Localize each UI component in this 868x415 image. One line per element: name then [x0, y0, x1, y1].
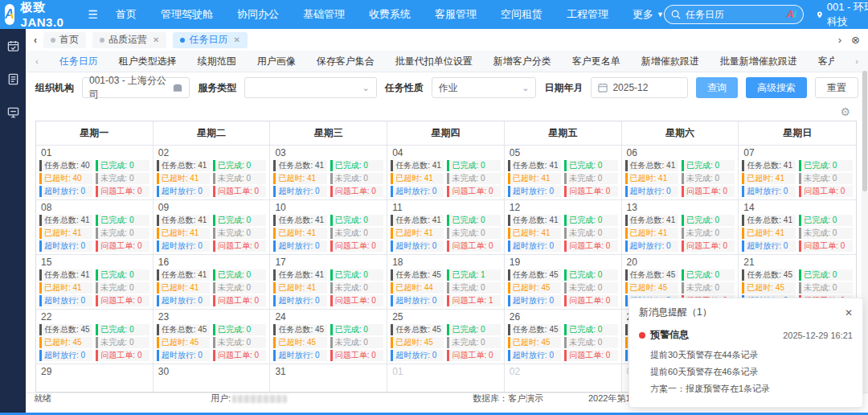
task-nature-select[interactable]: 作业 ⌄	[432, 77, 537, 98]
stat-chip: 问题工单: 0	[213, 240, 266, 252]
calendar-small-icon	[598, 83, 608, 92]
tabs-back-icon[interactable]: ‹	[34, 35, 37, 46]
page-tab[interactable]: 客户更名单	[572, 55, 620, 68]
calendar-day-cell[interactable]: 26任务总数: 45已完成: 0已超时: 45未完成: 0超时放行: 0问题工单…	[505, 310, 622, 364]
stat-chip: 超时放行: 0	[508, 186, 561, 197]
day-number: 06	[627, 147, 735, 158]
calendar-day-cell[interactable]: 05任务总数: 41已完成: 0已超时: 41未完成: 0超时放行: 0问题工单…	[505, 146, 622, 200]
window-tab[interactable]: 任务日历✕	[173, 32, 247, 48]
calendar-day-cell[interactable]: 29	[36, 364, 154, 392]
reset-button[interactable]: 重置	[815, 77, 858, 98]
report-icon[interactable]	[7, 73, 19, 85]
calendar-day-cell[interactable]: 18任务总数: 45已完成: 1已超时: 44未完成: 0超时放行: 0问题工单…	[387, 255, 505, 310]
month-picker[interactable]: 2025-12	[591, 77, 688, 98]
calendar-day-cell[interactable]: 02	[505, 364, 622, 392]
calendar-day-cell[interactable]: 23任务总数: 45已完成: 0已超时: 45未完成: 0超时放行: 0问题工单…	[154, 310, 271, 364]
stat-chip: 已完成: 0	[213, 215, 266, 226]
nav-item[interactable]: 基础管理	[303, 7, 345, 22]
chevron-down-icon: ⌄	[522, 83, 529, 93]
calendar-weekday-header: 星期一星期二星期三星期四星期五星期六星期日	[36, 121, 856, 146]
page-tab[interactable]: 用户画像	[257, 55, 296, 68]
stat-chip: 问题工单: 0	[447, 350, 500, 361]
weekday-header: 星期二	[154, 121, 271, 146]
calendar-day-cell[interactable]: 16任务总数: 41已完成: 0已超时: 41未完成: 0超时放行: 0问题工单…	[154, 255, 271, 310]
close-tab-icon[interactable]: ✕	[233, 35, 240, 44]
tabs-forward-icon[interactable]: ›	[838, 34, 841, 46]
stat-chip: 超时放行: 0	[508, 240, 561, 252]
calendar-day-cell[interactable]: 10任务总数: 41已完成: 0已超时: 41未完成: 0超时放行: 0问题工单…	[270, 200, 387, 255]
calendar-day-cell[interactable]: 08任务总数: 41已完成: 0已超时: 41未完成: 0超时放行: 0问题工单…	[36, 200, 154, 255]
service-type-select[interactable]: ⌄	[244, 77, 377, 98]
calendar-day-cell[interactable]: 25任务总数: 45已完成: 0已超时: 45未完成: 0超时放行: 0问题工单…	[387, 310, 505, 364]
nav-item[interactable]: 客服管理	[435, 7, 477, 22]
close-tab-icon[interactable]: ✕	[153, 35, 159, 44]
calendar-day-cell[interactable]: 24任务总数: 45已完成: 0已超时: 45未完成: 0超时放行: 0问题工单…	[270, 310, 387, 364]
presentation-icon[interactable]	[7, 106, 19, 118]
global-search[interactable]: Ai	[664, 5, 804, 24]
calendar-icon[interactable]	[7, 40, 19, 52]
calendar-day-cell[interactable]: 02任务总数: 41已完成: 0已超时: 41未完成: 0超时放行: 0问题工单…	[154, 146, 271, 200]
calendar-day-cell[interactable]: 31	[270, 364, 387, 392]
page-tab[interactable]: 批量新增催款跟进	[720, 55, 797, 68]
ai-assistant-icon[interactable]: Ai	[787, 9, 796, 20]
calendar-day-cell[interactable]: 06任务总数: 41已完成: 0已超时: 41未完成: 0超时放行: 0问题工单…	[622, 146, 739, 200]
calendar-day-cell[interactable]: 01	[387, 364, 505, 392]
page-tabs-forward-icon[interactable]: ›	[855, 56, 858, 66]
page-tab-bar: ‹ 任务日历租户类型选择续期范围用户画像保存客户集合批量代扣单位设置新增客户分类…	[26, 51, 868, 72]
calendar-day-cell[interactable]: 22任务总数: 45已完成: 0已超时: 45未完成: 0超时放行: 0问题工单…	[36, 310, 154, 364]
nav-item[interactable]: 首页	[116, 7, 137, 22]
calendar-day-cell[interactable]: 15任务总数: 41已完成: 0已超时: 41未完成: 0超时放行: 0问题工单…	[36, 255, 154, 310]
stat-chip: 问题工单: 0	[682, 186, 735, 197]
window-tab[interactable]: 品质运营✕	[92, 32, 166, 48]
calendar-day-cell[interactable]: 07任务总数: 41已完成: 0已超时: 41未完成: 0超时放行: 0问题工单…	[739, 146, 856, 200]
page-tabs-back-icon[interactable]: ‹	[35, 56, 39, 66]
nav-item[interactable]: 空间租赁	[501, 7, 542, 22]
calendar-day-cell[interactable]: 13任务总数: 41已完成: 0已超时: 41未完成: 0超时放行: 0问题工单…	[622, 200, 739, 255]
search-input[interactable]	[686, 9, 782, 20]
page-tab[interactable]: 新增客户分类	[493, 55, 551, 68]
calendar-day-cell[interactable]: 30	[154, 364, 271, 392]
query-button[interactable]: 查询	[696, 77, 738, 98]
stat-chip: 任务总数: 41	[391, 160, 444, 171]
close-icon[interactable]: ✕	[845, 307, 853, 318]
stat-chip: 已超时: 41	[742, 173, 796, 184]
stat-chip: 已超时: 41	[391, 173, 444, 184]
nav-item[interactable]: 协同办公	[237, 7, 279, 22]
calendar-day-cell[interactable]: 09任务总数: 41已完成: 0已超时: 41未完成: 0超时放行: 0问题工单…	[154, 200, 271, 255]
calendar-day-cell[interactable]: 17任务总数: 41已完成: 0已超时: 41未完成: 0超时放行: 0问题工单…	[270, 255, 387, 310]
page-tab[interactable]: 新增催款跟进	[641, 55, 699, 68]
org-input[interactable]: 001-03 - 上海分公司	[82, 77, 190, 98]
calendar-day-cell[interactable]: 01任务总数: 40已完成: 0已超时: 40未完成: 0超时放行: 0问题工单…	[36, 146, 154, 200]
page-tab[interactable]: 客户类别	[818, 55, 835, 68]
page-tab[interactable]: 保存客户集合	[317, 55, 375, 68]
page-tab[interactable]: 租户类型选择	[119, 55, 177, 68]
advanced-search-button[interactable]: 高级搜索	[746, 77, 807, 98]
stat-chip: 任务总数: 45	[508, 269, 561, 281]
stat-chip: 超时放行: 0	[508, 350, 561, 361]
gear-icon[interactable]: ⚙	[840, 105, 850, 118]
location-pin-icon	[817, 10, 823, 20]
scrollbar-thumb[interactable]	[862, 71, 867, 191]
window-tab[interactable]: 首页	[43, 32, 86, 48]
stat-chip: 任务总数: 45	[742, 269, 796, 281]
calendar-day-cell[interactable]: 12任务总数: 41已完成: 0已超时: 41未完成: 0超时放行: 0问题工单…	[505, 200, 622, 255]
nav-item[interactable]: 管理驾驶舱	[161, 7, 213, 22]
calendar-day-cell[interactable]: 19任务总数: 45已完成: 0已超时: 45未完成: 0超时放行: 0问题工单…	[505, 255, 622, 310]
nav-item[interactable]: 收费系统	[369, 7, 411, 22]
calendar-day-cell[interactable]: 14任务总数: 41已完成: 0已超时: 41未完成: 0超时放行: 0问题工单…	[739, 200, 856, 255]
day-number: 13	[627, 202, 735, 213]
nav-item[interactable]: 工程管理	[567, 7, 608, 22]
page-tab[interactable]: 批量代扣单位设置	[395, 55, 473, 68]
org-picker-icon[interactable]	[173, 84, 182, 92]
nav-more[interactable]: 更多▼	[633, 7, 664, 22]
stat-chip: 已超时: 45	[273, 337, 326, 348]
calendar-day-cell[interactable]: 11任务总数: 41已完成: 0已超时: 41未完成: 0超时放行: 0问题工单…	[387, 200, 505, 255]
calendar-day-cell[interactable]: 03任务总数: 41已完成: 0已超时: 41未完成: 0超时放行: 0问题工单…	[270, 146, 387, 200]
project-selector[interactable]: 001 - 环球科技	[817, 0, 868, 29]
page-tab[interactable]: 任务日历	[59, 55, 98, 68]
tabs-close-all-icon[interactable]: ⊗	[851, 34, 860, 46]
alert-title[interactable]: 预警信息	[639, 328, 689, 342]
calendar-day-cell[interactable]: 04任务总数: 41已完成: 0已超时: 41未完成: 0超时放行: 0问题工单…	[387, 146, 505, 200]
menu-collapse-icon[interactable]: ☰	[88, 8, 98, 21]
page-tab[interactable]: 续期范围	[198, 55, 236, 68]
